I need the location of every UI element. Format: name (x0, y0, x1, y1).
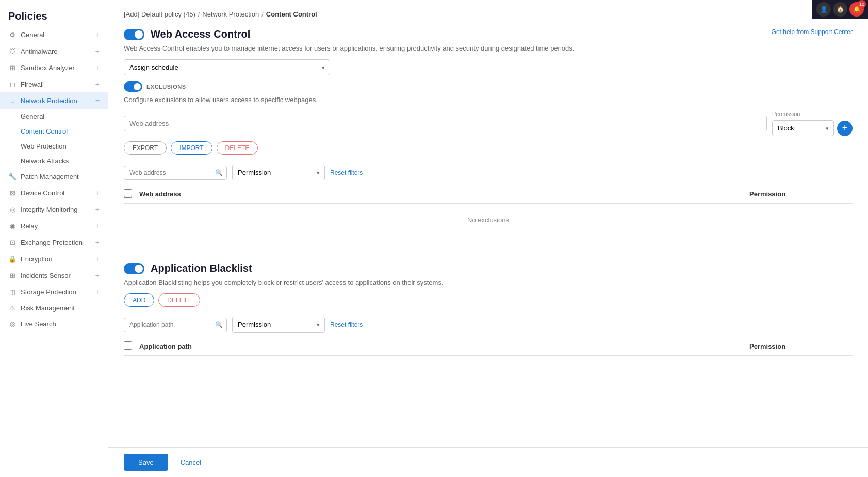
exclusions-description: Configure exclusions to allow users acce… (124, 96, 853, 104)
exclusions-filter-address-wrap: 🔍 (124, 166, 227, 180)
sidebar-label-livesearch: Live Search (21, 320, 56, 328)
exclusions-header: EXCLUSIONS (124, 81, 853, 92)
blacklist-reset-filters[interactable]: Reset filters (330, 321, 363, 328)
delete-exclusion-button[interactable]: DELETE (217, 141, 258, 155)
blacklist-toggle[interactable] (124, 263, 144, 274)
sidebar-item-integrity[interactable]: ◎ Integrity Monitoring + (0, 201, 108, 218)
blacklist-select-all-checkbox[interactable] (124, 341, 132, 350)
save-button[interactable]: Save (124, 454, 168, 471)
blacklist-title: Application Blacklist (151, 262, 252, 274)
sidebar-label-general: General (21, 31, 44, 39)
import-button[interactable]: IMPORT (171, 141, 212, 155)
encryption-icon: 🔒 (8, 255, 17, 263)
sidebar-item-firewall[interactable]: ◻ Firewall + (0, 76, 108, 92)
blacklist-table-header: Application path Permission (124, 337, 853, 356)
schedule-dropdown[interactable]: Assign schedule (124, 59, 330, 75)
exclusions-reset-filters[interactable]: Reset filters (330, 169, 363, 176)
sidebar-item-exchange[interactable]: ⊡ Exchange Protection + (0, 234, 108, 251)
exclusions-buttons: EXPORT IMPORT DELETE (124, 141, 853, 155)
blacklist-delete-button[interactable]: DELETE (158, 293, 200, 307)
schedule-dropdown-wrapper: Assign schedule (124, 59, 330, 75)
notification-icon[interactable]: 🔔 10 (849, 2, 864, 17)
firewall-icon: ◻ (8, 80, 17, 88)
blacklist-buttons: ADD DELETE (124, 293, 853, 307)
exclusions-toggle[interactable] (124, 81, 142, 92)
sidebar-label-integrity: Integrity Monitoring (21, 206, 78, 213)
wac-toggle[interactable] (124, 29, 144, 40)
sidebar-item-relay[interactable]: ◉ Relay + (0, 218, 108, 234)
sidebar-item-device[interactable]: ⊠ Device Control + (0, 185, 108, 201)
sidebar-label-network: Network Protection (21, 97, 77, 105)
cancel-button[interactable]: Cancel (174, 454, 207, 471)
sidebar-item-storage[interactable]: ◫ Storage Protection + (0, 284, 108, 300)
web-address-input[interactable] (124, 116, 767, 131)
sub-item-web-protection[interactable]: Web Protection (0, 139, 108, 154)
sidebar-item-antimalware[interactable]: 🛡 Antimalware + (0, 43, 108, 59)
device-icon: ⊠ (8, 189, 17, 197)
add-exclusion-button[interactable]: + (837, 121, 853, 136)
top-bar: 👤 🏠 🔔 10 (812, 0, 868, 19)
schedule-row: Assign schedule (124, 59, 853, 75)
blacklist-filter-permission[interactable]: Permission (232, 317, 325, 333)
sidebar: Policies ⚙ General + 🛡 Antimalware + ⊞ S… (0, 0, 108, 477)
expand-integrity-icon: + (95, 205, 100, 213)
breadcrumb: [Add] Default policy (45) / Network Prot… (124, 10, 853, 18)
sub-item-network-attacks[interactable]: Network Attacks (0, 154, 108, 169)
expand-incidents-icon: + (95, 271, 100, 279)
main-content: [Add] Default policy (45) / Network Prot… (108, 0, 868, 477)
collapse-network-icon: − (95, 96, 100, 105)
permission-group: Permission Block Allow + (772, 111, 853, 136)
blacklist-col-permission: Permission (749, 342, 853, 350)
home-icon[interactable]: 🏠 (833, 2, 847, 17)
breadcrumb-part2: Network Protection (202, 10, 259, 18)
sidebar-label-firewall: Firewall (21, 80, 44, 88)
sidebar-item-network[interactable]: ≡ Network Protection − (0, 92, 108, 109)
blacklist-filter-path[interactable] (124, 318, 227, 332)
storage-icon: ◫ (8, 288, 17, 296)
sidebar-label-patch: Patch Management (21, 173, 79, 180)
sidebar-label-encryption: Encryption (21, 255, 52, 263)
sandbox-icon: ⊞ (8, 64, 17, 72)
sidebar-item-sandbox[interactable]: ⊞ Sandbox Analyzer + (0, 59, 108, 76)
expand-antimalware-icon: + (95, 47, 100, 55)
blacklist-description: Application Blacklisting helps you compl… (124, 278, 853, 286)
breadcrumb-sep2: / (261, 10, 264, 18)
sidebar-label-antimalware: Antimalware (21, 47, 58, 55)
sub-item-content-control[interactable]: Content Control (0, 124, 108, 139)
export-button[interactable]: EXPORT (124, 141, 167, 155)
exclusions-select-all-checkbox[interactable] (124, 189, 132, 198)
blacklist-search-icon: 🔍 (215, 321, 223, 328)
notification-badge: 10 (858, 0, 866, 8)
sidebar-item-livesearch[interactable]: ◎ Live Search (0, 316, 108, 332)
support-link[interactable]: Get help from Support Center (772, 28, 853, 36)
permission-dropdown-wrapper: Block Allow (772, 120, 834, 136)
exclusions-input-row: Permission Block Allow + (124, 111, 853, 136)
integrity-icon: ◎ (8, 206, 17, 213)
wac-header: Web Access Control (124, 28, 574, 40)
expand-firewall-icon: + (95, 80, 100, 88)
breadcrumb-sep1: / (198, 10, 200, 18)
risk-icon: ⚠ (8, 304, 17, 312)
sidebar-label-relay: Relay (21, 222, 38, 230)
sidebar-label-storage: Storage Protection (21, 288, 76, 296)
sidebar-item-risk[interactable]: ⚠ Risk Management (0, 300, 108, 316)
exclusions-filter-permission[interactable]: Permission (232, 165, 325, 180)
sidebar-item-patch[interactable]: 🔧 Patch Management (0, 169, 108, 185)
exclusions-table-header: Web address Permission (124, 185, 853, 204)
user-icon[interactable]: 👤 (816, 2, 831, 17)
exclusions-filter-permission-wrapper: Permission (232, 165, 325, 180)
breadcrumb-current: Content Control (266, 10, 317, 18)
exclusions-filter-address[interactable] (124, 166, 227, 180)
blacklist-add-button[interactable]: ADD (124, 293, 154, 307)
sidebar-item-incidents[interactable]: ⊞ Incidents Sensor + (0, 267, 108, 284)
expand-storage-icon: + (95, 288, 100, 296)
sub-item-general[interactable]: General (0, 109, 108, 124)
wac-title: Web Access Control (151, 28, 250, 40)
sidebar-label-risk: Risk Management (21, 304, 75, 312)
web-access-control-section: Web Access Control Web Access Control en… (124, 28, 853, 236)
permission-dropdown[interactable]: Block Allow (772, 120, 834, 136)
sidebar-label-device: Device Control (21, 189, 64, 197)
sidebar-item-general[interactable]: ⚙ General + (0, 26, 108, 43)
network-subitems: General Content Control Web Protection N… (0, 109, 108, 169)
sidebar-item-encryption[interactable]: 🔒 Encryption + (0, 251, 108, 267)
